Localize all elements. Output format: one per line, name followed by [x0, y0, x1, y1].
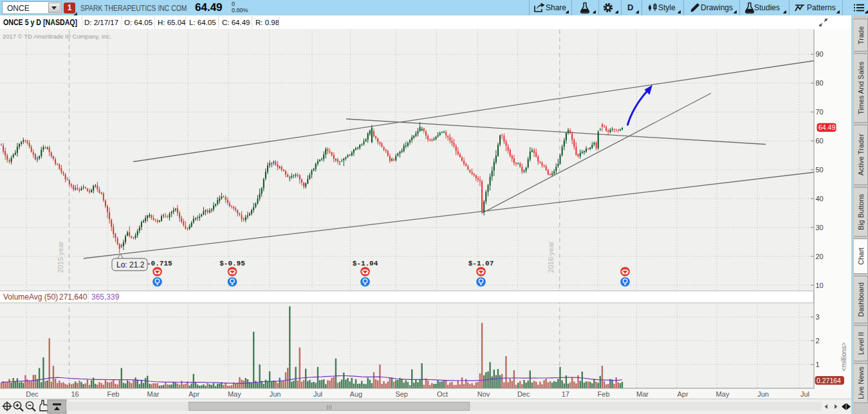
svg-text:60: 60: [816, 137, 824, 145]
svg-text:20: 20: [816, 253, 824, 260]
svg-text:VolumeAvg (50): VolumeAvg (50): [3, 292, 58, 302]
svg-text:40: 40: [816, 195, 824, 203]
svg-text:Aug: Aug: [350, 390, 363, 398]
svg-text:May: May: [228, 390, 241, 398]
svg-text:Apr: Apr: [677, 390, 688, 398]
svg-text:Dec: Dec: [517, 390, 530, 398]
svg-text:Oct: Oct: [437, 390, 448, 398]
svg-text:<millions>: <millions>: [840, 342, 847, 371]
svg-text:30: 30: [816, 224, 824, 231]
svg-text:$-1.04: $-1.04: [353, 260, 378, 267]
svg-text:Jul: Jul: [800, 390, 809, 398]
svg-text:1: 1: [816, 361, 820, 368]
svg-text:Dec: Dec: [26, 390, 39, 398]
svg-text:Apr: Apr: [189, 390, 199, 398]
svg-text:Lo: 21.2: Lo: 21.2: [116, 260, 145, 269]
svg-text:$-1.07: $-1.07: [468, 260, 494, 267]
svg-text:Mar: Mar: [636, 390, 649, 398]
svg-text:May: May: [716, 390, 730, 398]
svg-text:Jun: Jun: [270, 390, 281, 398]
svg-text:Jun: Jun: [757, 390, 769, 398]
svg-text:2016 year: 2016 year: [547, 241, 555, 273]
svg-text:Mar: Mar: [147, 390, 160, 398]
svg-text:Nov: Nov: [477, 390, 490, 398]
svg-text:2017 © TD Ameritrade IP Compan: 2017 © TD Ameritrade IP Company, Inc.: [3, 33, 111, 40]
svg-text:16: 16: [71, 390, 78, 398]
svg-text:0.27164: 0.27164: [817, 377, 841, 384]
svg-text:Sep: Sep: [395, 390, 408, 398]
svg-text:10: 10: [816, 282, 824, 289]
svg-text:2015 year: 2015 year: [57, 241, 64, 273]
svg-text:Jul: Jul: [313, 390, 322, 398]
svg-text:Feb: Feb: [107, 390, 120, 398]
svg-text:271,640: 271,640: [59, 292, 88, 302]
svg-text:64.49: 64.49: [818, 123, 835, 131]
svg-text:2: 2: [816, 337, 820, 345]
svg-text:Feb: Feb: [598, 390, 610, 398]
svg-text:3: 3: [816, 313, 820, 321]
svg-text:17: 17: [562, 390, 569, 398]
svg-text:90: 90: [816, 50, 824, 58]
svg-text:$-0.95: $-0.95: [219, 260, 245, 267]
svg-text:80: 80: [816, 79, 824, 87]
svg-text:70: 70: [816, 108, 824, 116]
svg-text:365,339: 365,339: [91, 292, 120, 302]
svg-text:50: 50: [816, 166, 824, 174]
